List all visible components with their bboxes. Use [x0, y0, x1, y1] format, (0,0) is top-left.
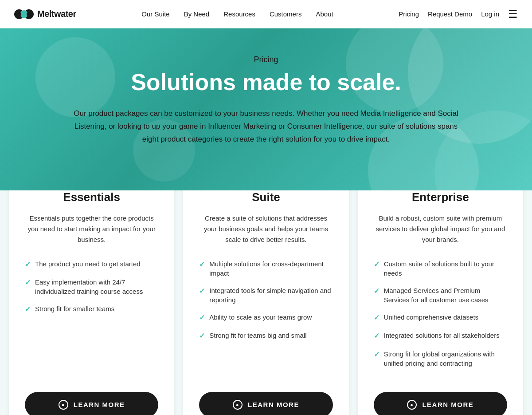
list-item: ✓ Multiple solutions for cross-departmen…: [199, 259, 332, 278]
nav-links: Our Suite By Need Resources Customers Ab…: [141, 10, 333, 18]
feature-text: The product you need to get started: [35, 259, 141, 269]
check-icon: ✓: [199, 313, 205, 323]
svg-point-4: [27, 12, 31, 16]
card-essentials: Essentials Essentials puts together the …: [9, 173, 174, 415]
card-enterprise-title: Enterprise: [374, 190, 507, 204]
feature-text: Unified comprehensive datasets: [384, 312, 478, 322]
card-suite-features: ✓ Multiple solutions for cross-departmen…: [199, 259, 332, 376]
feature-text: Integrated solutions for all stakeholder…: [384, 331, 500, 340]
check-icon: ✓: [374, 350, 379, 360]
suite-cta-label: LEARN MORE: [248, 401, 299, 408]
list-item: ✓ Integrated solutions for all stakehold…: [374, 331, 507, 341]
list-item: ✓ Strong fit for smaller teams: [25, 304, 158, 314]
nav-login-link[interactable]: Log in: [481, 10, 499, 18]
check-icon: ✓: [25, 304, 31, 314]
check-icon: ✓: [25, 260, 31, 269]
card-essentials-desc: Essentials puts together the core produc…: [25, 213, 158, 245]
card-suite: Suite Create a suite of solutions that a…: [183, 173, 348, 415]
logo-text: Meltwater: [37, 9, 76, 19]
pricing-cards-section: Essentials Essentials puts together the …: [0, 173, 532, 415]
nav-link-resources[interactable]: Resources: [223, 10, 255, 18]
essentials-learn-more-button[interactable]: ● LEARN MORE: [25, 392, 158, 415]
nav-request-demo-link[interactable]: Request Demo: [428, 10, 472, 18]
feature-text: Managed Services and Premium Services fo…: [384, 286, 507, 304]
list-item: ✓ The product you need to get started: [25, 259, 158, 269]
check-icon: ✓: [374, 313, 379, 323]
check-icon: ✓: [199, 260, 205, 269]
hero-section: Pricing Solutions made to scale. Our pro…: [0, 28, 532, 190]
feature-text: Integrated tools for simple navigation a…: [209, 286, 332, 304]
check-icon: ✓: [374, 331, 379, 341]
card-enterprise-features: ✓ Custom suite of solutions built to you…: [374, 259, 507, 376]
card-suite-desc: Create a suite of solutions that address…: [199, 213, 332, 245]
check-icon: ✓: [374, 260, 379, 269]
list-item: ✓ Custom suite of solutions built to you…: [374, 259, 507, 278]
list-item: ✓ Strong fit for global organizations wi…: [374, 349, 507, 368]
feature-text: Easy implementation with 24/7 individual…: [35, 277, 158, 296]
logo[interactable]: Meltwater: [14, 8, 76, 20]
feature-text: Strong fit for smaller teams: [35, 304, 114, 313]
nav-link-by-need[interactable]: By Need: [184, 10, 210, 18]
card-enterprise: Enterprise Build a robust, custom suite …: [358, 173, 523, 415]
list-item: ✓ Strong fit for teams big and small: [199, 331, 332, 341]
list-item: ✓ Integrated tools for simple navigation…: [199, 286, 332, 304]
check-icon: ✓: [374, 286, 379, 296]
check-icon: ✓: [199, 331, 205, 341]
pricing-cards-grid: Essentials Essentials puts together the …: [9, 173, 523, 415]
button-circle-icon: ●: [233, 400, 243, 410]
nav-link-our-suite[interactable]: Our Suite: [141, 10, 169, 18]
enterprise-learn-more-button[interactable]: ● LEARN MORE: [374, 392, 507, 415]
essentials-cta-label: LEARN MORE: [74, 401, 125, 408]
logo-icon: [14, 8, 34, 20]
button-circle-icon: ●: [59, 400, 68, 410]
feature-text: Multiple solutions for cross-department …: [209, 259, 332, 278]
card-suite-title: Suite: [199, 190, 332, 204]
list-item: ✓ Managed Services and Premium Services …: [374, 286, 507, 304]
hamburger-icon[interactable]: ☰: [508, 8, 518, 20]
nav-link-about[interactable]: About: [316, 10, 333, 18]
check-icon: ✓: [25, 278, 31, 288]
check-icon: ✓: [199, 286, 205, 296]
nav-link-customers[interactable]: Customers: [270, 10, 302, 18]
suite-learn-more-button[interactable]: ● LEARN MORE: [199, 392, 332, 415]
button-circle-icon: ●: [407, 400, 417, 410]
feature-text: Custom suite of solutions built to your …: [384, 259, 507, 278]
feature-text: Strong fit for global organizations with…: [384, 349, 507, 368]
navbar: Meltwater Our Suite By Need Resources Cu…: [0, 0, 532, 28]
feature-text: Ability to scale as your teams grow: [209, 312, 312, 322]
nav-pricing-link[interactable]: Pricing: [399, 10, 419, 18]
list-item: ✓ Ability to scale as your teams grow: [199, 312, 332, 323]
hero-description: Our product packages can be customized t…: [66, 107, 466, 146]
card-essentials-features: ✓ The product you need to get started ✓ …: [25, 259, 158, 376]
svg-point-3: [17, 12, 21, 16]
list-item: ✓ Easy implementation with 24/7 individu…: [25, 277, 158, 296]
hero-title: Solutions made to scale.: [18, 70, 514, 95]
card-enterprise-desc: Build a robust, custom suite with premiu…: [374, 213, 507, 245]
list-item: ✓ Unified comprehensive datasets: [374, 312, 507, 323]
enterprise-cta-label: LEARN MORE: [422, 401, 473, 408]
nav-right: Pricing Request Demo Log in ☰: [399, 8, 518, 20]
card-essentials-title: Essentials: [25, 190, 158, 204]
hero-subtitle: Pricing: [18, 55, 514, 64]
feature-text: Strong fit for teams big and small: [209, 331, 306, 340]
